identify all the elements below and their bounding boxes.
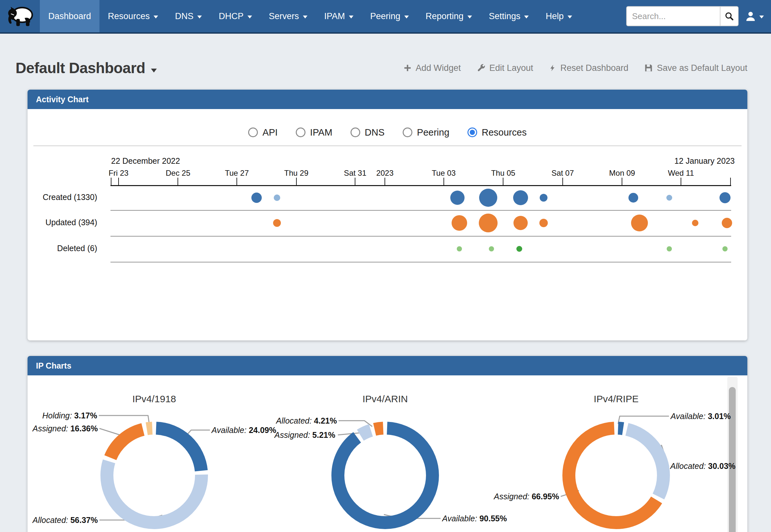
- nav-item-reporting[interactable]: Reporting: [417, 0, 480, 32]
- timeline-tick: [296, 178, 297, 185]
- nav-item-dashboard[interactable]: Dashboard: [40, 0, 99, 32]
- nav-label: Help: [545, 11, 564, 21]
- filter-dns[interactable]: DNS: [351, 127, 385, 138]
- donut-label-assigned: Assigned: 66.95%: [494, 492, 559, 501]
- chevron-down-icon: [404, 16, 409, 18]
- activity-chart-widget: Activity Chart API IPAM DNS Peering Reso…: [28, 90, 747, 340]
- save-default-layout-button[interactable]: Save as Default Layout: [644, 63, 747, 73]
- user-icon: [745, 11, 756, 22]
- radio-icon[interactable]: [248, 127, 258, 137]
- activity-bubble: [450, 191, 464, 205]
- button-label: Reset Dashboard: [560, 63, 629, 73]
- search-box: [626, 6, 739, 26]
- donut-label-holding: Holding: 3.17%: [42, 411, 97, 420]
- chevron-down-icon: [567, 16, 572, 18]
- filter-ipam[interactable]: IPAM: [296, 127, 332, 138]
- nav-label: DNS: [175, 11, 194, 21]
- user-menu[interactable]: [745, 11, 764, 22]
- chevron-down-icon: [197, 16, 202, 18]
- plus-icon: [403, 64, 412, 72]
- filter-api[interactable]: API: [248, 127, 278, 138]
- timeline-axis: [110, 185, 731, 186]
- donut-label-allocated: Allocated: 4.21%: [276, 416, 337, 426]
- button-label: Add Widget: [416, 63, 461, 73]
- activity-chart-body: API IPAM DNS Peering Resources 22 Decemb…: [28, 109, 747, 340]
- filter-resources[interactable]: Resources: [467, 127, 527, 138]
- timeline-tick-label: Tue 03: [432, 169, 456, 178]
- nav-label: IPAM: [324, 11, 345, 21]
- timeline-tick: [730, 178, 731, 185]
- activity-chart-header: Activity Chart: [28, 90, 747, 109]
- timeline-row-separator: [110, 262, 731, 262]
- timeline-tick-label: Mon 09: [609, 169, 635, 178]
- nav-label: Settings: [489, 11, 520, 21]
- donut-label-assigned: Assigned: 16.36%: [32, 424, 98, 433]
- activity-bubble: [720, 192, 731, 203]
- radio-selected-icon[interactable]: [467, 127, 477, 137]
- search-button[interactable]: [720, 7, 738, 26]
- timeline-tick-label: Thu 05: [491, 169, 515, 178]
- timeline-tick: [503, 178, 503, 185]
- nav-item-help[interactable]: Help: [537, 0, 581, 32]
- button-label: Save as Default Layout: [657, 63, 747, 73]
- widget-scrollbar-thumb[interactable]: [729, 387, 736, 532]
- widget-title: IP Charts: [36, 361, 71, 371]
- floppy-icon: [644, 63, 653, 72]
- nav-item-resources[interactable]: Resources: [99, 0, 166, 32]
- chevron-down-icon: [524, 16, 529, 18]
- elephant-logo[interactable]: [0, 0, 40, 32]
- activity-bubble: [252, 193, 262, 203]
- edit-layout-button[interactable]: Edit Layout: [476, 63, 533, 73]
- radio-icon[interactable]: [403, 127, 412, 137]
- divider: [33, 145, 742, 146]
- activity-bubble: [631, 215, 648, 231]
- activity-bubble: [513, 216, 528, 230]
- nav-item-ipam[interactable]: IPAM: [316, 0, 362, 32]
- radio-icon[interactable]: [351, 127, 360, 137]
- add-widget-button[interactable]: Add Widget: [403, 63, 461, 73]
- filter-label: DNS: [365, 127, 385, 138]
- timeline-tick-label: Wed 11: [668, 169, 694, 178]
- activity-bubble: [722, 246, 728, 251]
- nav-item-settings[interactable]: Settings: [480, 0, 537, 32]
- donut-label-available: Available: 90.55%: [442, 514, 507, 523]
- chevron-down-icon: [467, 16, 472, 18]
- filter-peering[interactable]: Peering: [403, 127, 449, 138]
- timeline-tick-label: Sat 07: [551, 169, 574, 178]
- timeline-tick: [443, 178, 444, 185]
- activity-bubble: [273, 219, 281, 227]
- ip-charts-widget: IP Charts IPv4/1918Holding: 3.17%Assigne…: [28, 356, 747, 532]
- timeline-tick: [385, 178, 385, 185]
- search-icon: [724, 11, 734, 21]
- nav-item-dns[interactable]: DNS: [166, 0, 210, 32]
- donut-title: IPv4/RIPE: [558, 393, 675, 405]
- donut-chart-IPv4/ARIN: [320, 411, 450, 532]
- donut-slice-available: [338, 428, 432, 523]
- chevron-down-icon: [759, 16, 764, 18]
- activity-bubble: [457, 246, 462, 251]
- timeline-range-end: 12 January 2023: [675, 156, 735, 166]
- search-input[interactable]: [627, 7, 720, 26]
- nav-item-dhcp[interactable]: DHCP: [210, 0, 261, 32]
- button-label: Edit Layout: [489, 63, 533, 73]
- nav-label: Servers: [269, 11, 299, 21]
- nav-item-servers[interactable]: Servers: [261, 0, 316, 32]
- activity-bubble: [667, 246, 672, 251]
- dashboard-selector-caret-icon[interactable]: [151, 69, 157, 72]
- donut-chart-IPv4/1918: [89, 411, 219, 532]
- chevron-down-icon: [349, 16, 353, 18]
- bolt-icon: [549, 63, 556, 72]
- nav-label: Resources: [108, 11, 150, 21]
- activity-bubble: [722, 218, 732, 228]
- activity-bubble: [629, 193, 638, 203]
- timeline-row-separator: [110, 210, 731, 211]
- timeline-tick: [118, 178, 119, 185]
- radio-icon[interactable]: [296, 127, 306, 137]
- navbar: Dashboard Resources DNS DHCP Servers IPA…: [0, 0, 771, 34]
- main-menu: Dashboard Resources DNS DHCP Servers IPA…: [40, 0, 581, 32]
- reset-dashboard-button[interactable]: Reset Dashboard: [549, 63, 629, 73]
- activity-bubble: [479, 189, 497, 207]
- nav-item-peering[interactable]: Peering: [362, 0, 417, 32]
- filter-label: Peering: [417, 127, 449, 138]
- timeline-row-label: Updated (394): [28, 218, 97, 227]
